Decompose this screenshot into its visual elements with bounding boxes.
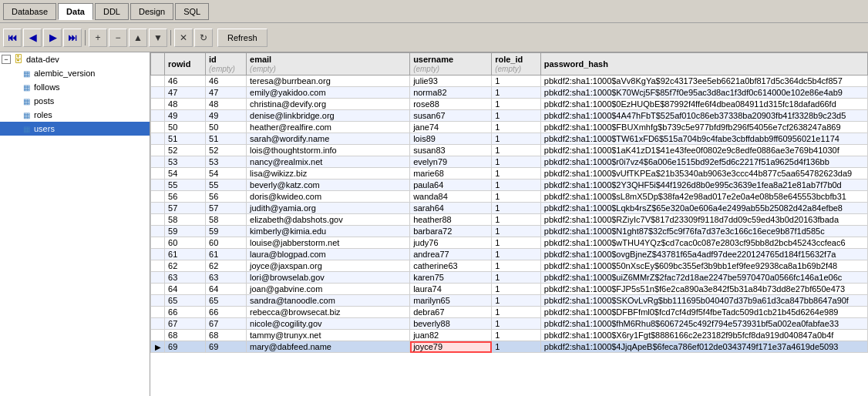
cell-id[interactable]: 57	[206, 203, 247, 214]
nav-first-button[interactable]: ⏮	[3, 29, 22, 47]
cell-username[interactable]: marie68	[410, 168, 492, 180]
cell-username[interactable]: karen75	[410, 272, 492, 284]
cell-password_hash[interactable]: pbkdf2:sha1:1000$RZiyIc7V$817d23309f9118…	[540, 214, 867, 226]
table-row[interactable]: 5858elizabeth@dabshots.govheather881pbkd…	[151, 214, 868, 226]
cell-username[interactable]: barbara72	[410, 226, 492, 237]
cell-email[interactable]: sandra@tanoodle.com	[247, 295, 410, 307]
cell-id[interactable]: 67	[206, 318, 247, 330]
cell-id[interactable]: 54	[206, 168, 247, 180]
cell-role_id[interactable]: 1	[492, 203, 541, 214]
cell-username[interactable]: marilyn65	[410, 295, 492, 307]
cell-role_id[interactable]: 1	[492, 145, 541, 156]
cell-id[interactable]: 61	[206, 249, 247, 260]
cell-email[interactable]: denise@linkbridge.org	[247, 110, 410, 122]
cell-rowid[interactable]: 63	[165, 272, 206, 284]
cell-email[interactable]: teresa@burrbean.org	[247, 76, 410, 87]
cell-username[interactable]: lois89	[410, 133, 492, 145]
cell-role_id[interactable]: 1	[492, 87, 541, 99]
cell-role_id[interactable]: 1	[492, 133, 541, 145]
cell-rowid[interactable]: 64	[165, 284, 206, 295]
cell-rowid[interactable]: 51	[165, 133, 206, 145]
cell-role_id[interactable]: 1	[492, 330, 541, 341]
tab-design[interactable]: Design	[130, 3, 173, 20]
cell-email[interactable]: kimberly@kimia.edu	[247, 226, 410, 237]
table-row[interactable]: ▶6969mary@dabfeed.namejoyce791pbkdf2:sha…	[151, 341, 868, 353]
cell-role_id[interactable]: 1	[492, 307, 541, 318]
cell-username[interactable]: heather88	[410, 214, 492, 226]
sidebar-item-posts[interactable]: ▦ posts	[0, 94, 150, 108]
cell-id[interactable]: 52	[206, 145, 247, 156]
cell-password_hash[interactable]: pbkdf2:sha1:1000$TW61xFD6$515a704b9c4fab…	[540, 133, 867, 145]
cell-role_id[interactable]: 1	[492, 214, 541, 226]
cell-role_id[interactable]: 1	[492, 318, 541, 330]
nav-cancel-button[interactable]: ✕	[174, 29, 193, 47]
table-row[interactable]: 5252lois@thoughtstorm.infosusan831pbkdf2…	[151, 145, 868, 156]
cell-password_hash[interactable]: pbkdf2:sha1:1000$X6ry1Fgt$8886166c2e2318…	[540, 330, 867, 341]
cell-id[interactable]: 66	[206, 307, 247, 318]
tab-sql[interactable]: SQL	[175, 3, 209, 20]
cell-rowid[interactable]: 54	[165, 168, 206, 180]
table-row[interactable]: 5454lisa@wikizz.bizmarie681pbkdf2:sha1:1…	[151, 168, 868, 180]
cell-role_id[interactable]: 1	[492, 180, 541, 191]
cell-email[interactable]: emily@yakidoo.com	[247, 87, 410, 99]
cell-email[interactable]: sarah@wordify.name	[247, 133, 410, 145]
cell-id[interactable]: 50	[206, 122, 247, 133]
nav-refresh-icon-button[interactable]: ↻	[194, 29, 213, 47]
cell-role_id[interactable]: 1	[492, 110, 541, 122]
cell-role_id[interactable]: 1	[492, 76, 541, 87]
cell-role_id[interactable]: 1	[492, 191, 541, 203]
cell-password_hash[interactable]: pbkdf2:sha1:1000$aVv8KgYa$92c43173ee5eb6…	[540, 76, 867, 87]
cell-role_id[interactable]: 1	[492, 168, 541, 180]
cell-username[interactable]: joyce79	[410, 341, 492, 353]
cell-id[interactable]: 64	[206, 284, 247, 295]
table-row[interactable]: 5959kimberly@kimia.edubarbara721pbkdf2:s…	[151, 226, 868, 237]
cell-password_hash[interactable]: pbkdf2:sha1:1000$N1ght87$32cf5c9f76fa7d3…	[540, 226, 867, 237]
cell-rowid[interactable]: 57	[165, 203, 206, 214]
cell-rowid[interactable]: 49	[165, 110, 206, 122]
cell-email[interactable]: joan@gabvine.com	[247, 284, 410, 295]
cell-email[interactable]: mary@dabfeed.name	[247, 341, 410, 353]
table-row[interactable]: 5151sarah@wordify.namelois891pbkdf2:sha1…	[151, 133, 868, 145]
cell-role_id[interactable]: 1	[492, 260, 541, 272]
cell-email[interactable]: lori@browselab.gov	[247, 272, 410, 284]
cell-email[interactable]: lois@thoughtstorm.info	[247, 145, 410, 156]
cell-role_id[interactable]: 1	[492, 99, 541, 110]
cell-rowid[interactable]: 60	[165, 237, 206, 249]
cell-rowid[interactable]: 69	[165, 341, 206, 353]
nav-last-button[interactable]: ⏭	[63, 29, 82, 47]
nav-down-button[interactable]: ▼	[149, 29, 167, 47]
cell-password_hash[interactable]: pbkdf2:sha1:1000$FBUXmhfg$b739c5e977bfd9…	[540, 122, 867, 133]
cell-role_id[interactable]: 1	[492, 284, 541, 295]
cell-username[interactable]: norma82	[410, 87, 492, 99]
table-row[interactable]: 4949denise@linkbridge.orgsusan671pbkdf2:…	[151, 110, 868, 122]
cell-id[interactable]: 60	[206, 237, 247, 249]
table-row[interactable]: 5757judith@yamia.orgsarah641pbkdf2:sha1:…	[151, 203, 868, 214]
cell-password_hash[interactable]: pbkdf2:sha1:1000$SKOvLvRg$bb111695b04040…	[540, 295, 867, 307]
cell-username[interactable]: andrea77	[410, 249, 492, 260]
cell-role_id[interactable]: 1	[492, 249, 541, 260]
cell-id[interactable]: 51	[206, 133, 247, 145]
table-row[interactable]: 5656doris@kwideo.comwanda841pbkdf2:sha1:…	[151, 191, 868, 203]
cell-rowid[interactable]: 56	[165, 191, 206, 203]
table-row[interactable]: 4848christina@devify.orgrose881pbkdf2:sh…	[151, 99, 868, 110]
cell-password_hash[interactable]: pbkdf2:sha1:1000$r0i7vz4$6a006e1515bd92e…	[540, 156, 867, 168]
cell-password_hash[interactable]: pbkdf2:sha1:1000$0EzHUQbE$87992f4ffe6f4d…	[540, 99, 867, 110]
table-row[interactable]: 5353nancy@realmix.netevelyn791pbkdf2:sha…	[151, 156, 868, 168]
cell-id[interactable]: 47	[206, 87, 247, 99]
cell-username[interactable]: judy76	[410, 237, 492, 249]
cell-role_id[interactable]: 1	[492, 237, 541, 249]
cell-rowid[interactable]: 67	[165, 318, 206, 330]
cell-rowid[interactable]: 58	[165, 214, 206, 226]
cell-email[interactable]: tammy@trunyx.net	[247, 330, 410, 341]
cell-id[interactable]: 63	[206, 272, 247, 284]
cell-rowid[interactable]: 50	[165, 122, 206, 133]
cell-role_id[interactable]: 1	[492, 226, 541, 237]
nav-prev-button[interactable]: ◀	[23, 29, 42, 47]
cell-email[interactable]: heather@realfire.com	[247, 122, 410, 133]
cell-id[interactable]: 55	[206, 180, 247, 191]
table-row[interactable]: 6161laura@blogpad.comandrea771pbkdf2:sha…	[151, 249, 868, 260]
cell-role_id[interactable]: 1	[492, 156, 541, 168]
cell-rowid[interactable]: 52	[165, 145, 206, 156]
cell-role_id[interactable]: 1	[492, 295, 541, 307]
cell-email[interactable]: joyce@jaxspan.org	[247, 260, 410, 272]
